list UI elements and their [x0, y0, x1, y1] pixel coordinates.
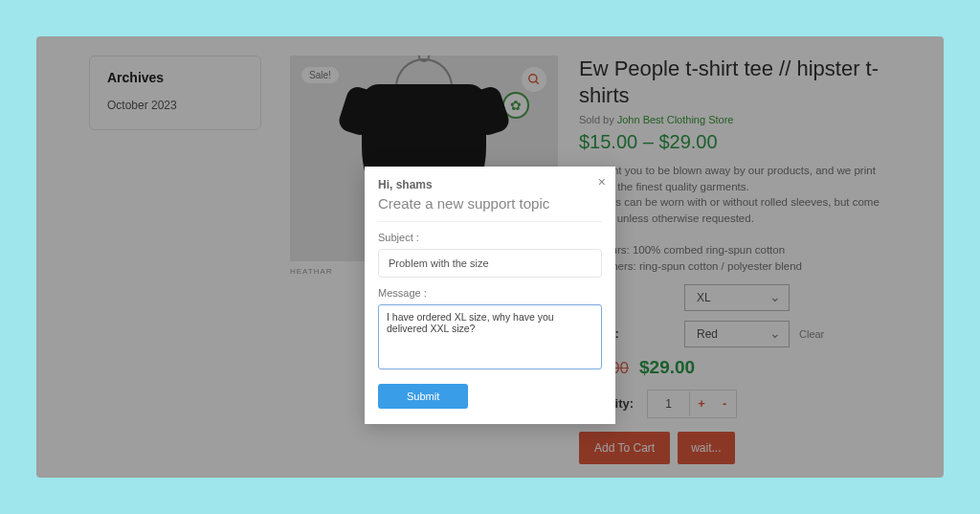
submit-button[interactable]: Submit — [378, 384, 468, 409]
subject-label: Subject : — [378, 232, 602, 243]
subject-input[interactable] — [378, 249, 602, 278]
modal-title: Create a new support topic — [378, 195, 602, 222]
modal-greeting: Hi, shams — [378, 178, 602, 191]
support-modal: × Hi, shams Create a new support topic S… — [365, 167, 615, 424]
close-icon[interactable]: × — [598, 174, 606, 190]
message-textarea[interactable] — [378, 304, 602, 369]
message-label: Message : — [378, 287, 602, 299]
